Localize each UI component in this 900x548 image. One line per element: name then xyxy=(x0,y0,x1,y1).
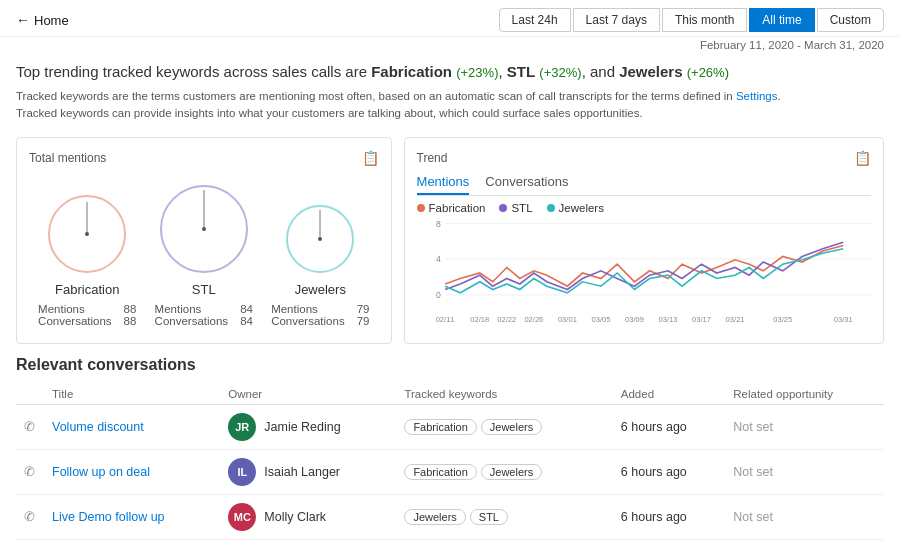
time-filter-group: Last 24h Last 7 days This month All time… xyxy=(499,8,884,32)
panels: Total mentions 📋 Fabrication Mentions 88… xyxy=(0,129,900,352)
col-added: Added xyxy=(613,384,725,405)
svg-text:03/25: 03/25 xyxy=(773,315,792,324)
filter-last24h[interactable]: Last 24h xyxy=(499,8,571,32)
keyword1-change: (+23%) xyxy=(456,65,498,80)
circle-stl-stats: Mentions 84 Conversations 84 xyxy=(155,303,253,327)
phone-icon: ✆ xyxy=(24,464,35,479)
conversations-section: Relevant conversations Title Owner Track… xyxy=(0,352,900,548)
owner-name: Molly Clark xyxy=(264,510,326,524)
row-owner: IL Isaiah Langer xyxy=(220,449,396,494)
col-owner: Owner xyxy=(220,384,396,405)
row-phone-icon: ✆ xyxy=(16,404,44,449)
keyword2: STL xyxy=(507,63,535,80)
owner-avatar: IL xyxy=(228,458,256,486)
top-bar: ← Home Last 24h Last 7 days This month A… xyxy=(0,0,900,37)
conversations-table: Title Owner Tracked keywords Added Relat… xyxy=(16,384,884,540)
headline-section: Top trending tracked keywords across sal… xyxy=(0,57,900,129)
row-title[interactable]: Live Demo follow up xyxy=(44,494,220,539)
filter-alltime[interactable]: All time xyxy=(749,8,814,32)
circle-fabrication-label: Fabrication xyxy=(55,282,119,297)
svg-text:02/26: 02/26 xyxy=(524,315,543,324)
row-title[interactable]: Follow up on deal xyxy=(44,449,220,494)
date-range: February 11, 2020 - March 31, 2020 xyxy=(0,37,900,57)
phone-icon: ✆ xyxy=(24,419,35,434)
col-related: Related opportunity xyxy=(725,384,884,405)
keyword-tag: Fabrication xyxy=(404,464,476,480)
row-related: Not set xyxy=(725,494,884,539)
desc-line2: Tracked keywords can provide insights in… xyxy=(16,107,643,119)
legend-stl: STL xyxy=(499,202,532,214)
desc-line1: Tracked keywords are the terms customers… xyxy=(16,90,736,102)
tab-mentions[interactable]: Mentions xyxy=(417,174,470,195)
table-row[interactable]: ✆ Volume discount JR Jamie Reding Fabric… xyxy=(16,404,884,449)
circle-stl-label: STL xyxy=(192,282,216,297)
svg-text:8: 8 xyxy=(436,218,441,228)
table-row[interactable]: ✆ Live Demo follow up MC Molly Clark Jew… xyxy=(16,494,884,539)
tab-conversations[interactable]: Conversations xyxy=(485,174,568,195)
legend-dot-jewelers xyxy=(547,204,555,212)
legend-dot-stl xyxy=(499,204,507,212)
svg-text:02/11: 02/11 xyxy=(435,315,454,324)
row-title[interactable]: Volume discount xyxy=(44,404,220,449)
col-keywords: Tracked keywords xyxy=(396,384,612,405)
svg-text:4: 4 xyxy=(436,254,441,264)
back-link[interactable]: ← Home xyxy=(16,12,69,28)
conversations-title: Relevant conversations xyxy=(16,356,884,374)
keyword-tag: Fabrication xyxy=(404,419,476,435)
owner-name: Jamie Reding xyxy=(264,420,340,434)
svg-text:03/17: 03/17 xyxy=(692,315,711,324)
row-keywords: FabricationJewelers xyxy=(396,449,612,494)
phone-icon: ✆ xyxy=(24,509,35,524)
svg-text:03/05: 03/05 xyxy=(591,315,610,324)
row-owner: MC Molly Clark xyxy=(220,494,396,539)
keyword2-change: (+32%) xyxy=(539,65,581,80)
keyword3-change: (+26%) xyxy=(687,65,729,80)
row-owner: JR Jamie Reding xyxy=(220,404,396,449)
row-phone-icon: ✆ xyxy=(16,449,44,494)
settings-link[interactable]: Settings xyxy=(736,90,778,102)
circle-jewelers-label: Jewelers xyxy=(295,282,346,297)
description: Tracked keywords are the terms customers… xyxy=(16,88,884,123)
keyword3: Jewelers xyxy=(619,63,682,80)
row-added: 6 hours ago xyxy=(613,449,725,494)
circle-jewelers-wrapper xyxy=(283,202,357,276)
circle-fabrication-wrapper xyxy=(45,192,129,276)
trend-title: Trend 📋 xyxy=(417,150,871,166)
row-added: 6 hours ago xyxy=(613,494,725,539)
row-keywords: FabricationJewelers xyxy=(396,404,612,449)
svg-text:03/01: 03/01 xyxy=(557,315,576,324)
row-keywords: JewelersSTL xyxy=(396,494,612,539)
row-added: 6 hours ago xyxy=(613,404,725,449)
keyword-tag: STL xyxy=(470,509,508,525)
expand-icon[interactable]: 📋 xyxy=(362,150,379,166)
filter-custom[interactable]: Custom xyxy=(817,8,884,32)
col-title: Title xyxy=(44,384,220,405)
trend-panel: Trend 📋 Mentions Conversations Fabricati… xyxy=(404,137,884,344)
table-row[interactable]: ✆ Follow up on deal IL Isaiah Langer Fab… xyxy=(16,449,884,494)
keyword1: Fabrication xyxy=(371,63,452,80)
trend-expand-icon[interactable]: 📋 xyxy=(854,150,871,166)
svg-text:0: 0 xyxy=(436,290,441,300)
filter-last7d[interactable]: Last 7 days xyxy=(573,8,660,32)
back-arrow-icon: ← xyxy=(16,12,30,28)
legend-jewelers: Jewelers xyxy=(547,202,604,214)
trend-tabs: Mentions Conversations xyxy=(417,174,871,196)
keyword-tag: Jewelers xyxy=(481,464,542,480)
svg-text:02/22: 02/22 xyxy=(497,315,516,324)
svg-text:03/09: 03/09 xyxy=(625,315,644,324)
legend-fabrication: Fabrication xyxy=(417,202,486,214)
total-mentions-title: Total mentions 📋 xyxy=(29,150,379,166)
legend-dot-fabrication xyxy=(417,204,425,212)
headline-prefix: Top trending tracked keywords across sal… xyxy=(16,63,371,80)
filter-thismonth[interactable]: This month xyxy=(662,8,747,32)
svg-text:03/31: 03/31 xyxy=(833,315,852,324)
legend-label-fabrication: Fabrication xyxy=(429,202,486,214)
svg-text:03/21: 03/21 xyxy=(725,315,744,324)
keyword-tag: Jewelers xyxy=(404,509,465,525)
svg-text:02/18: 02/18 xyxy=(470,315,489,324)
chart-legend: Fabrication STL Jewelers xyxy=(417,202,871,214)
headline: Top trending tracked keywords across sal… xyxy=(16,61,884,82)
row-phone-icon: ✆ xyxy=(16,494,44,539)
keyword-tag: Jewelers xyxy=(481,419,542,435)
circle-jewelers-stats: Mentions 79 Conversations 79 xyxy=(271,303,369,327)
